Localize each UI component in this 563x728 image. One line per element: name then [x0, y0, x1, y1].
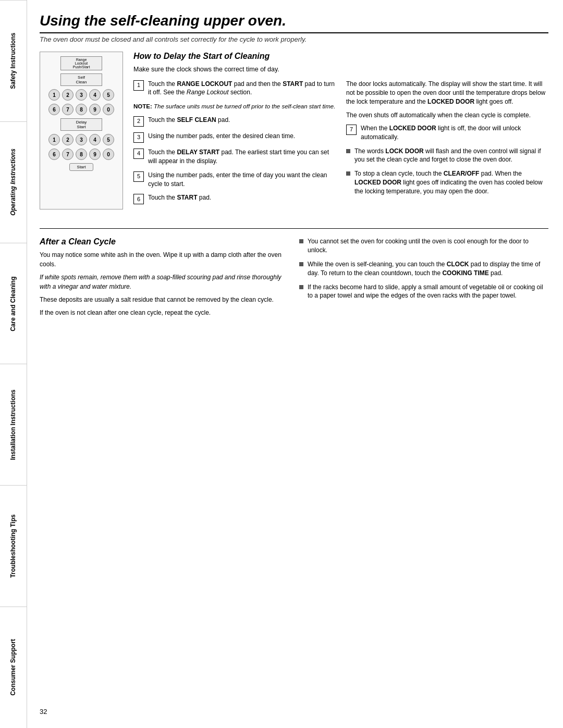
step-num-7: 7: [346, 125, 357, 135]
sidebar-item-consumer: Consumer Support: [0, 607, 27, 728]
after-clean-para4: If the oven is not clean after one clean…: [40, 309, 289, 317]
after-clean-left: After a Clean Cycle You may notice some …: [40, 237, 289, 322]
locked-door-label-3: LOCKED DOOR: [354, 179, 401, 186]
sidebar-item-safety: Safety Instructions: [0, 0, 27, 121]
steps-left: 1 Touch the RANGE LOCKOUT pad and then t…: [133, 80, 336, 210]
sidebar: Safety Instructions Operating Instructio…: [0, 0, 27, 728]
bullet-square-1: [346, 149, 350, 153]
after-clean-para2: If white spots remain, remove them with …: [40, 273, 289, 291]
delay-start-button: DelayStart: [60, 118, 102, 131]
locked-door-label-1: LOCKED DOOR: [427, 98, 474, 105]
key-9: 9: [89, 104, 101, 115]
step-1: 1 Touch the RANGE LOCKOUT pad and then t…: [133, 80, 336, 97]
key-6: 6: [48, 104, 60, 115]
step-text-7: When the LOCKED DOOR light is off, the d…: [361, 124, 548, 142]
bullet-square-2: [346, 171, 350, 176]
cooking-time-label: COOKING TIME: [442, 269, 488, 277]
delay-section: How to Delay the Start of Cleaning Make …: [133, 52, 548, 209]
sidebar-item-care: Care and Cleaning: [0, 243, 27, 364]
step-num-5: 5: [133, 171, 144, 182]
page-title: Using the self-cleaning upper oven.: [40, 13, 548, 33]
self-clean-label: SELF CLEAN: [177, 116, 216, 124]
after-bullet-1: You cannot set the oven for cooking unti…: [299, 237, 548, 255]
bullet-1: The words LOCK DOOR will flash and the o…: [346, 147, 548, 165]
sidebar-item-installation: Installation Instructions: [0, 364, 27, 485]
numpad-row-2: 6 7 8 9 0: [48, 104, 114, 115]
steps-right: The door locks automatically. The displa…: [346, 80, 548, 210]
after-bullet-text-1: You cannot set the oven for cooking unti…: [308, 237, 548, 255]
key-7b: 7: [62, 149, 74, 160]
panel-illustration: RangeLockoutPush/Start SelfClean 1 2 3 4…: [40, 52, 123, 209]
section-divider: [40, 228, 548, 229]
step-num-2: 2: [133, 116, 144, 127]
after-bullet-3: If the racks become hard to slide, apply…: [299, 283, 548, 301]
right-intro-para: The door locks automatically. The displa…: [346, 80, 548, 107]
numpad-row-1: 1 2 3 4 5: [48, 89, 114, 101]
key-3b: 3: [76, 134, 87, 145]
key-6b: 6: [48, 149, 60, 160]
note-label: NOTE:: [133, 103, 152, 109]
range-lockout-label: RANGE LOCKOUT: [177, 80, 232, 88]
step-text-4: Touch the DELAY START pad. The earliest …: [148, 148, 336, 166]
key-1: 1: [48, 89, 60, 101]
key-1b: 1: [48, 134, 60, 145]
lock-door-label: LOCK DOOR: [385, 147, 423, 155]
step-num-6: 6: [133, 194, 144, 204]
key-7: 7: [62, 104, 74, 115]
bottom-section: After a Clean Cycle You may notice some …: [40, 237, 548, 322]
key-4: 4: [89, 89, 101, 101]
sidebar-item-troubleshooting: Troubleshooting Tips: [0, 485, 27, 607]
step-text-2: Touch the SELF CLEAN pad.: [148, 116, 336, 127]
locked-door-label-2: LOCKED DOOR: [389, 125, 436, 132]
key-2: 2: [62, 89, 74, 101]
main-content: Using the self-cleaning upper oven. The …: [27, 0, 563, 728]
note-text: NOTE: The surface units must be turned o…: [133, 102, 336, 110]
key-2b: 2: [62, 134, 74, 145]
step-7: 7 When the LOCKED DOOR light is off, the…: [346, 124, 548, 142]
start-label-6: START: [177, 194, 197, 201]
top-section: RangeLockoutPush/Start SelfClean 1 2 3 4…: [40, 52, 548, 209]
bullet-text-1: The words LOCK DOOR will flash and the o…: [354, 147, 548, 165]
after-clean-para1: You may notice some white ash in the ove…: [40, 251, 289, 269]
key-3: 3: [76, 89, 87, 101]
key-0: 0: [103, 104, 114, 115]
step-text-1: Touch the RANGE LOCKOUT pad and then the…: [148, 80, 336, 97]
right-para2: The oven shuts off automatically when th…: [346, 111, 548, 120]
after-bullet-text-2: While the oven is self-cleaning, you can…: [308, 260, 548, 278]
clear-off-label: CLEAR/OFF: [444, 170, 480, 177]
step-text-5: Using the number pads, enter the time of…: [148, 171, 336, 189]
sidebar-item-operating: Operating Instructions: [0, 121, 27, 243]
step-4: 4 Touch the DELAY START pad. The earlies…: [133, 148, 336, 166]
bullet-text-2: To stop a clean cycle, touch the CLEAR/O…: [354, 169, 548, 195]
self-clean-button: SelfClean: [60, 73, 102, 86]
range-lockout-ref: Range Lockout: [187, 89, 229, 96]
note-content: The surface units must be turned off pri…: [154, 103, 335, 109]
after-clean-title: After a Clean Cycle: [40, 237, 289, 246]
key-9b: 9: [89, 149, 101, 160]
after-clean-right: You cannot set the oven for cooking unti…: [299, 237, 548, 322]
page-footer: 32: [40, 699, 548, 715]
after-bullet-square-1: [299, 239, 303, 243]
key-8b: 8: [76, 149, 87, 160]
step-num-4: 4: [133, 149, 144, 159]
key-8: 8: [76, 104, 87, 115]
after-bullet-2: While the oven is self-cleaning, you can…: [299, 260, 548, 278]
delay-section-intro: Make sure the clock shows the correct ti…: [133, 65, 548, 75]
after-clean-para3: These deposits are usually a salt residu…: [40, 295, 289, 304]
step-num-1: 1: [133, 80, 144, 91]
key-0b: 0: [103, 149, 114, 160]
step-2: 2 Touch the SELF CLEAN pad.: [133, 116, 336, 127]
page-number: 32: [40, 708, 47, 715]
after-bullet-square-2: [299, 262, 303, 266]
step-6: 6 Touch the START pad.: [133, 193, 336, 204]
bullet-2: To stop a clean cycle, touch the CLEAR/O…: [346, 169, 548, 195]
start-button: Start: [69, 163, 94, 171]
step-num-3: 3: [133, 132, 144, 143]
step-5: 5 Using the number pads, enter the time …: [133, 171, 336, 189]
numpad-row-4: 6 7 8 9 0: [48, 149, 114, 160]
after-bullet-square-3: [299, 285, 303, 289]
steps-columns: 1 Touch the RANGE LOCKOUT pad and then t…: [133, 80, 548, 210]
delay-start-label: DELAY START: [177, 149, 219, 156]
key-5: 5: [103, 89, 114, 101]
clock-label: CLOCK: [447, 261, 469, 268]
